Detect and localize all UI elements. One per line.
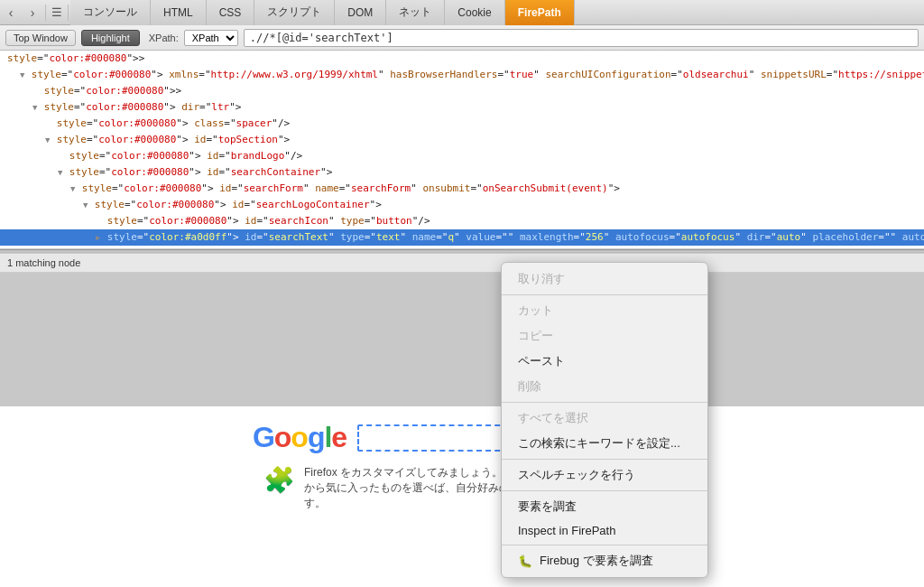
tab-CSS[interactable]: CSS: [207, 0, 255, 25]
dom-line-topSection[interactable]: ▼ style="color:#000080"> id="topSection"…: [0, 132, 924, 148]
dom-line-brandLogo[interactable]: ▶ style="color:#000080"> id="brandLogo"/…: [0, 148, 924, 164]
google-logo: Google: [253, 421, 346, 454]
addon-icon: 🧩: [263, 465, 295, 495]
sep1: [45, 5, 46, 21]
menu-item-select-all: すべてを選択: [502, 405, 707, 431]
menu-item-undo: 取り消す: [502, 266, 707, 292]
back-icon[interactable]: ‹: [0, 4, 22, 22]
menu-item-copy: コピー: [502, 323, 707, 349]
sep2: [68, 5, 69, 21]
list-icon[interactable]: ☰: [48, 4, 66, 22]
menu-separator: [502, 545, 707, 545]
menu-separator: [502, 459, 707, 460]
menu-item-keyword[interactable]: この検索にキーワードを設定...: [502, 431, 707, 456]
dom-line-searchContainer[interactable]: ▼ style="color:#000080"> id="searchConta…: [0, 164, 924, 181]
tab-ネット[interactable]: ネット: [386, 0, 445, 25]
dom-panel: style="color:#000080">>▼ style="color:#0…: [0, 51, 924, 249]
dom-line-head[interactable]: ▶ style="color:#000080">>: [0, 83, 924, 99]
tab-FirePath[interactable]: FirePath: [505, 0, 575, 25]
dom-line-doc[interactable]: style="color:#000080">>: [0, 51, 924, 67]
top-window-button[interactable]: Top Window: [5, 30, 76, 46]
tab-bar: ‹ › ☰ コンソールHTMLCSSスクリプトDOMネットCookieFireP…: [0, 0, 924, 25]
firebug-icon: 🐛: [518, 554, 532, 568]
dom-line-spacer[interactable]: ▶ style="color:#000080"> class="spacer"/…: [0, 116, 924, 132]
menu-item-inspect[interactable]: 要素を調査: [502, 494, 707, 519]
menu-item-firebug[interactable]: 🐛Firebug で要素を調査: [502, 548, 707, 573]
dom-line-searchText[interactable]: ▶ style="color:#a0d0ff"> id="searchText"…: [0, 229, 924, 246]
dom-line-searchForm[interactable]: ▼ style="color:#000080"> id="searchForm"…: [0, 181, 924, 197]
xpath-input[interactable]: [244, 29, 919, 47]
tab-スクリプト[interactable]: スクリプト: [254, 0, 335, 25]
menu-separator: [502, 294, 707, 295]
forward-icon[interactable]: ›: [22, 4, 43, 22]
menu-item-spellcheck[interactable]: スペルチェックを行う: [502, 462, 707, 488]
xpath-label: XPath:: [149, 33, 179, 43]
menu-separator: [502, 402, 707, 403]
tabs-container: コンソールHTMLCSSスクリプトDOMネットCookieFirePath: [70, 0, 575, 25]
tab-DOM[interactable]: DOM: [335, 0, 386, 25]
dom-line-body[interactable]: ▼ style="color:#000080"> dir="ltr">: [0, 99, 924, 116]
tab-コンソール[interactable]: コンソール: [70, 0, 151, 25]
tab-Cookie[interactable]: Cookie: [445, 0, 504, 25]
context-menu: 取り消すカットコピーペースト削除すべてを選択この検索にキーワードを設定...スペ…: [501, 262, 708, 578]
dom-line-searchIcon[interactable]: ▶ style="color:#000080"> id="searchIcon"…: [0, 213, 924, 229]
firepath-bar: Top Window Highlight XPath: XPath CSS: [0, 25, 924, 51]
xpath-type-dropdown[interactable]: XPath CSS: [184, 30, 238, 46]
tab-HTML[interactable]: HTML: [151, 0, 207, 25]
dom-line-searchLogoContainer[interactable]: ▼ style="color:#000080"> id="searchLogoC…: [0, 197, 924, 213]
menu-item-delete: 削除: [502, 374, 707, 399]
dom-lines-container: style="color:#000080">>▼ style="color:#0…: [0, 51, 924, 246]
status-bar: 1 matching node: [0, 253, 924, 273]
menu-separator: [502, 490, 707, 491]
dom-line-html[interactable]: ▼ style="color:#000080"> xmlns="http://w…: [0, 67, 924, 83]
browser-area: Google 検索 🧩 Firefox をカスタマイズしてみましょう。たくさんの…: [0, 406, 924, 587]
status-text: 1 matching node: [7, 257, 80, 268]
menu-item-inspect-firepath[interactable]: Inspect in FirePath: [502, 519, 707, 542]
highlight-button[interactable]: Highlight: [81, 30, 140, 46]
menu-item-paste[interactable]: ペースト: [502, 349, 707, 374]
menu-item-cut: カット: [502, 298, 707, 323]
